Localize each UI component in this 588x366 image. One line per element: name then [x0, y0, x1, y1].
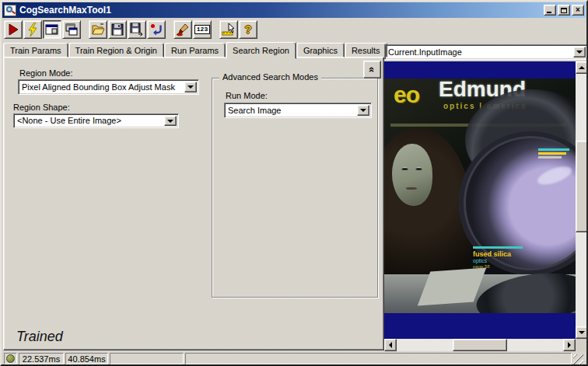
search-region-tab-page: Region Mode: Pixel Aligned Bounding Box …	[3, 57, 384, 350]
save-as-button[interactable]	[128, 20, 146, 39]
promo-block: fused silica optics page 58	[473, 246, 523, 270]
tab-strip: Train Params Train Region & Origin Run P…	[3, 41, 387, 58]
input-image-value: Current.InputImage	[388, 47, 572, 57]
horizontal-scrollbar[interactable]	[384, 339, 576, 351]
open-folder-icon	[91, 23, 105, 37]
chevron-down-icon	[360, 109, 366, 112]
region-mode-value: Pixel Aligned Bounding Box Adjust Mask	[22, 82, 183, 92]
help-button[interactable]: ?	[239, 20, 257, 39]
arrow-left-icon	[389, 342, 392, 348]
image-window-toggle-button[interactable]	[43, 20, 61, 39]
status-empty-panel	[110, 353, 184, 364]
promo-sub-text: optics	[473, 258, 523, 264]
title-bar: CogSearchMaxTool1 ×	[2, 2, 586, 18]
chevron-down-icon	[187, 85, 194, 89]
region-mode-select[interactable]: Pixel Aligned Bounding Box Adjust Mask	[18, 79, 199, 95]
scrollbar-corner	[576, 339, 588, 351]
reset-button[interactable]	[147, 20, 166, 39]
tab-results[interactable]: Results	[345, 43, 387, 58]
toolbar: 123 ?	[2, 19, 586, 40]
advanced-search-modes-group: Advanced Search Modes Run Mode: Search I…	[212, 78, 378, 298]
arrow-up-icon	[579, 66, 585, 69]
scroll-right-button[interactable]	[563, 339, 576, 351]
status-led-icon	[6, 354, 15, 363]
close-icon: ×	[576, 6, 580, 14]
trained-status: Trained	[16, 329, 63, 345]
input-image-dropdown-button[interactable]	[573, 47, 586, 58]
cog-search-max-tool-window: CogSearchMaxTool1 ×	[0, 0, 588, 366]
run-button[interactable]	[4, 20, 23, 39]
help-icon: ?	[244, 23, 251, 35]
status-time-2: 40.854ms	[65, 353, 108, 364]
arrow-down-icon	[579, 331, 585, 334]
chevron-down-icon	[167, 120, 173, 123]
scroll-down-button[interactable]	[576, 326, 588, 339]
promo-title-text: fused silica	[473, 250, 523, 258]
status-time-1: 22.537ms	[19, 353, 64, 364]
electric-run-button[interactable]	[23, 20, 42, 39]
tab-run-params[interactable]: Run Params	[164, 43, 226, 58]
region-shape-select[interactable]: <None - Use Entire Image>	[13, 113, 179, 128]
image-display: eo Edmund optics | america	[384, 61, 588, 351]
model-face-graphic	[392, 144, 432, 206]
magnifier-app-icon	[4, 5, 16, 16]
open-file-button[interactable]	[89, 20, 107, 39]
scroll-left-button[interactable]	[384, 339, 397, 351]
tab-train-region-origin[interactable]: Train Region & Origin	[68, 43, 164, 58]
floating-window-icon	[65, 23, 79, 37]
status-indicator-panel	[4, 353, 17, 364]
image-window-icon	[45, 23, 59, 37]
region-shape-label: Region Shape:	[13, 103, 70, 112]
input-image-select[interactable]: Current.InputImage	[384, 44, 588, 60]
tab-search-region[interactable]: Search Region	[226, 42, 296, 59]
maximize-button[interactable]	[558, 5, 570, 16]
magazine-cover-image: eo Edmund optics | america	[384, 78, 576, 313]
region-mode-dropdown-button[interactable]	[184, 82, 197, 92]
vertical-scroll-thumb[interactable]	[576, 141, 588, 232]
numeric-123-icon: 123	[194, 25, 210, 34]
numeric-results-button[interactable]: 123	[193, 20, 212, 39]
region-shape-value: <None - Use Entire Image>	[17, 116, 163, 125]
run-mode-label: Run Mode:	[226, 91, 268, 100]
pointer-tool-button[interactable]	[219, 20, 238, 39]
promo-bar	[538, 148, 569, 151]
vertical-scrollbar[interactable]	[576, 61, 588, 339]
minimize-icon	[547, 12, 551, 13]
run-mode-select[interactable]: Search Image	[224, 103, 372, 118]
run-mode-dropdown-button[interactable]	[357, 105, 369, 116]
chevron-up-double-icon: «	[367, 67, 377, 72]
save-icon	[110, 23, 124, 37]
reset-icon	[149, 23, 163, 37]
chevron-down-icon	[576, 51, 583, 54]
minimize-button[interactable]	[544, 5, 556, 16]
horizontal-scroll-thumb[interactable]	[453, 339, 507, 351]
resize-grip[interactable]	[573, 354, 583, 364]
graphics-brush-button[interactable]	[173, 20, 192, 39]
close-button[interactable]: ×	[572, 5, 584, 16]
image-content: eo Edmund optics | america	[384, 61, 576, 339]
save-as-icon	[130, 23, 144, 37]
save-button[interactable]	[108, 20, 127, 39]
image-panel: Current.InputImage eo Edmund optics | am…	[384, 44, 588, 351]
tab-graphics[interactable]: Graphics	[296, 43, 345, 58]
lightning-icon	[26, 23, 40, 37]
status-bar: 22.537ms 40.854ms	[3, 352, 585, 365]
maximize-icon	[561, 8, 567, 13]
paintbrush-icon	[176, 23, 190, 37]
promo-bar	[538, 152, 566, 155]
region-mode-label: Region Mode:	[19, 68, 73, 78]
run-icon	[6, 23, 20, 37]
status-empty-panel	[185, 353, 572, 364]
window-title: CogSearchMaxTool1	[19, 5, 542, 16]
pointer-tool-icon	[222, 23, 236, 37]
promo-bar	[538, 156, 562, 159]
region-shape-dropdown-button[interactable]	[164, 116, 177, 126]
floating-window-button[interactable]	[62, 20, 81, 39]
arrow-right-icon	[568, 342, 571, 348]
scroll-up-button[interactable]	[576, 61, 588, 74]
cover-logo-text: eo	[394, 82, 419, 108]
advanced-search-modes-title: Advanced Search Modes	[219, 72, 321, 82]
run-mode-value: Search Image	[228, 106, 355, 115]
tab-train-params[interactable]: Train Params	[3, 43, 68, 58]
collapse-panel-button[interactable]: «	[363, 61, 381, 78]
